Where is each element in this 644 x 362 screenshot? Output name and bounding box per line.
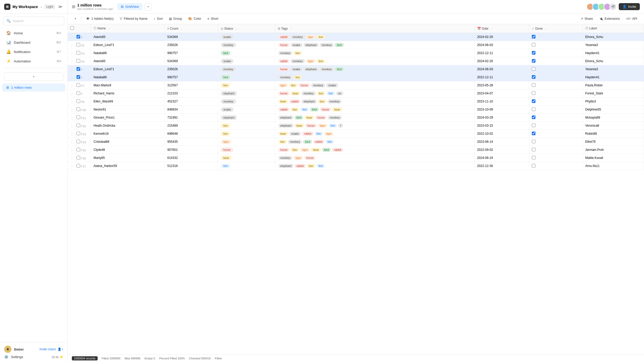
tag-badge[interactable]: lion — [318, 99, 326, 104]
drag-handle[interactable]: ⋮⋮ — [70, 100, 77, 104]
row-done[interactable] — [529, 130, 582, 138]
row-done[interactable] — [529, 122, 582, 130]
tag-badge[interactable]: rabbit — [278, 107, 290, 112]
color-button[interactable]: 🎨 Color — [186, 16, 204, 22]
tag-badge[interactable]: bear — [291, 91, 300, 95]
done-checkbox[interactable] — [532, 75, 535, 79]
row-status[interactable]: elephant — [218, 89, 275, 98]
tag-badge[interactable]: tiger — [306, 59, 315, 63]
row-name[interactable]: Ellen_Ward49 — [91, 98, 165, 106]
row-done[interactable] — [529, 41, 582, 49]
row-name[interactable]: Nestor91 — [91, 106, 165, 114]
tag-badge[interactable]: rabbit — [278, 59, 290, 63]
row-done[interactable] — [529, 162, 582, 170]
tag-badge[interactable]: monkey — [320, 67, 334, 71]
done-checkbox[interactable] — [532, 156, 535, 159]
row-checkbox[interactable] — [77, 99, 80, 103]
expand-row-icon[interactable]: ↗ — [80, 92, 83, 96]
tag-badge[interactable]: fish — [325, 140, 334, 144]
expand-row-icon[interactable]: ↗ — [80, 157, 83, 160]
tag-badge[interactable]: snake — [291, 43, 302, 47]
tag-badge[interactable]: monkey — [301, 91, 316, 95]
row-name[interactable]: Clyde48 — [91, 146, 165, 154]
tag-badge[interactable]: monkey — [278, 156, 293, 160]
row-status[interactable]: snake — [218, 33, 275, 41]
row-done[interactable] — [529, 57, 582, 65]
tag-badge[interactable]: lion — [317, 35, 325, 39]
row-status[interactable]: monkey — [218, 41, 275, 49]
done-checkbox[interactable] — [532, 148, 535, 151]
tag-badge[interactable]: snake — [291, 67, 302, 71]
row-name[interactable]: Alanis65 — [91, 33, 165, 41]
row-done[interactable] — [529, 81, 582, 89]
row-tags[interactable]: bearrabbitelephantlionmonkey — [275, 98, 474, 106]
done-checkbox[interactable] — [532, 132, 535, 135]
expand-row-icon[interactable]: ↗ — [80, 36, 83, 39]
tag-badge[interactable]: bird — [335, 43, 344, 47]
tag-badge[interactable]: horse — [278, 91, 290, 95]
row-checkbox[interactable] — [77, 148, 80, 151]
tag-badge[interactable]: tiger — [278, 83, 288, 87]
row-checkbox[interactable] — [77, 91, 80, 95]
drag-handle[interactable]: ⋮⋮ — [70, 36, 77, 39]
drag-handle[interactable]: ⋮⋮ — [70, 140, 77, 144]
row-name[interactable]: Marty85 — [91, 154, 165, 162]
row-name[interactable]: Natalia88 — [91, 73, 165, 81]
drag-handle[interactable]: ⋮⋮ — [70, 60, 77, 63]
tag-badge[interactable]: rabbit — [294, 164, 306, 168]
select-all-checkbox[interactable] — [70, 26, 74, 30]
row-done[interactable] — [529, 65, 582, 73]
expand-row-icon[interactable]: ↗ — [80, 108, 83, 112]
drag-handle[interactable]: ⋮⋮ — [70, 165, 77, 168]
tag-badge[interactable]: horse — [315, 115, 327, 120]
tag-badge[interactable]: lion — [291, 107, 299, 112]
invite-users-button[interactable]: Invite Users 👤+ — [40, 347, 63, 351]
tag-badge[interactable]: elephant — [304, 43, 319, 47]
group-button[interactable]: ▤ Group — [166, 16, 185, 22]
drag-handle[interactable]: ⋮⋮ — [70, 68, 77, 72]
tag-badge[interactable]: horse — [278, 43, 290, 47]
tag-badge[interactable]: snake — [326, 83, 338, 87]
expand-row-icon[interactable]: ↗ — [80, 84, 83, 88]
expand-row-icon[interactable]: ↗ — [80, 132, 83, 136]
tag-badge[interactable]: monkey — [288, 140, 302, 144]
row-tags[interactable]: horsesnakeelephantmonkeybird — [275, 41, 474, 49]
tag-badge[interactable]: monkey — [327, 99, 342, 104]
tag-badge[interactable]: fish — [329, 124, 337, 128]
row-tags[interactable]: elephantbearhorsetigerfishl — [275, 122, 474, 130]
done-checkbox[interactable] — [532, 35, 535, 38]
row-tags[interactable]: elephantrabbitlionfish — [275, 162, 474, 170]
col-header-date[interactable]: 📅 Date ⌄ — [474, 24, 529, 33]
tag-badge[interactable]: horse — [304, 156, 316, 160]
row-name[interactable]: Maci.Marks9 — [91, 81, 165, 89]
tag-badge[interactable]: lion — [289, 83, 298, 87]
drag-handle[interactable]: ⋮⋮ — [70, 108, 77, 112]
col-header-label[interactable]: Ⓣ Label — [583, 24, 644, 33]
row-checkbox[interactable] — [77, 107, 80, 111]
drag-handle[interactable]: ⋮⋮ — [70, 132, 77, 136]
done-checkbox[interactable] — [532, 140, 535, 143]
row-done[interactable] — [529, 33, 582, 41]
sidebar-item-automation[interactable]: ⚡ Automation ⌘A — [2, 57, 65, 66]
drag-handle[interactable]: ⋮⋮ — [70, 148, 77, 152]
expand-row-icon[interactable]: ↗ — [80, 124, 83, 128]
col-header-name[interactable]: Ⓣ Name ⌄ — [91, 24, 165, 33]
row-name[interactable]: Heath.Ondricka — [91, 122, 165, 130]
tag-badge[interactable]: l — [338, 124, 343, 128]
tag-badge[interactable]: monkey — [291, 35, 305, 39]
sidebar-item-dashboard[interactable]: 📊 Dashboard ⌘D — [2, 38, 65, 47]
row-done[interactable] — [529, 106, 582, 114]
filter-button[interactable]: ▽ Filtered by Name — [117, 16, 150, 22]
tag-badge[interactable]: rabbit — [278, 35, 290, 39]
row-status[interactable]: horse — [218, 146, 275, 154]
drag-handle[interactable]: ⋮⋮ — [70, 92, 77, 96]
expand-row-icon[interactable]: ↗ — [80, 140, 83, 144]
done-checkbox[interactable] — [532, 107, 535, 111]
tag-badge[interactable]: monkey — [278, 75, 293, 79]
row-checkbox[interactable] — [77, 132, 80, 135]
tag-badge[interactable]: horse — [278, 148, 290, 152]
row-status[interactable]: monkey — [218, 65, 275, 73]
expand-row-icon[interactable]: ↗ — [80, 165, 83, 168]
row-name[interactable]: Giovani_Price1 — [91, 114, 165, 122]
tag-badge[interactable]: horse — [278, 67, 290, 71]
